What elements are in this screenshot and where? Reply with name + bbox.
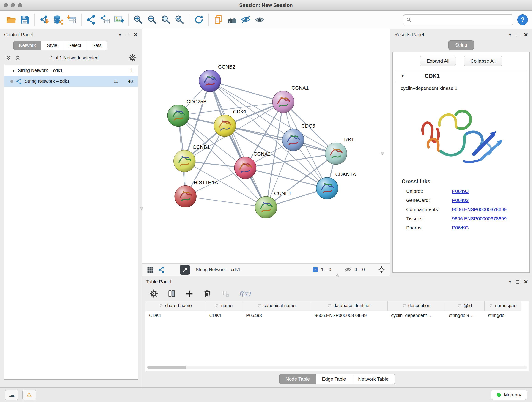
column-header-shared-name[interactable]: shared name [146, 301, 206, 311]
network-node-RB1[interactable] [325, 143, 347, 165]
window-zoom-button[interactable] [18, 3, 22, 7]
network-canvas[interactable]: CCNB2CCNA1CDC25BCDK1CDC6RB1CCNB1CCNA2CDK… [142, 29, 390, 263]
column-header-canonical-name[interactable]: canonical name [242, 301, 311, 311]
splitter-handle[interactable] [381, 152, 384, 155]
float-panel-icon[interactable]: ▾ [509, 32, 511, 37]
crosshair-move-icon[interactable] [378, 266, 385, 274]
tab-select[interactable]: Select [63, 41, 87, 50]
network-node-CCNA2[interactable] [234, 157, 256, 179]
collapse-card-icon[interactable]: ▼ [401, 74, 405, 78]
horizontal-scrollbar[interactable] [147, 366, 527, 369]
column-header--id[interactable]: @id [445, 301, 484, 311]
column-header-database-identifier[interactable]: database identifier [311, 301, 388, 311]
network-share-icon[interactable] [158, 266, 165, 273]
collapse-all-networks-icon[interactable] [15, 55, 21, 61]
tab-sets[interactable]: Sets [87, 41, 107, 50]
network-collection-row[interactable]: ▼ String Network – cdk1 1 [4, 65, 138, 76]
network-row[interactable]: String Network – cdk1 11 48 [4, 76, 138, 87]
import-table-button[interactable] [65, 12, 79, 27]
import-network-from-database-button[interactable] [51, 12, 65, 27]
expand-all-button[interactable]: Expand All [420, 56, 456, 66]
table-row[interactable]: CDK1CDK1P064939606.ENSP00000378699cyclin… [146, 311, 521, 320]
table-cell[interactable]: 9606.ENSP00000378699 [311, 311, 388, 320]
network-node-HIST1H1A[interactable] [175, 185, 196, 207]
tab-style[interactable]: Style [41, 41, 63, 50]
network-node-CCNB2[interactable] [199, 70, 221, 92]
crosslink-link[interactable]: 9606.ENSP00000378699 [452, 216, 507, 221]
crosslink-link[interactable]: P06493 [452, 198, 469, 203]
show-columns-icon[interactable] [167, 289, 176, 298]
zoom-fit-button[interactable] [159, 12, 172, 27]
home-button[interactable] [225, 12, 239, 27]
network-node-CCNB1[interactable] [174, 150, 196, 172]
window-minimize-button[interactable] [11, 3, 15, 7]
network-node-CCNE1[interactable] [255, 196, 277, 218]
results-tab-string[interactable]: String [448, 40, 474, 50]
network-edge[interactable] [186, 196, 266, 207]
refresh-layout-button[interactable] [192, 12, 206, 27]
network-node-CDKN1A[interactable] [316, 177, 338, 199]
network-node-CDC6[interactable] [282, 129, 304, 151]
maximize-panel-icon[interactable] [516, 33, 519, 36]
network-edge[interactable] [210, 81, 283, 102]
maximize-panel-icon[interactable] [126, 33, 129, 36]
cloud-status-button[interactable]: ☁ [5, 390, 18, 400]
expand-all-networks-icon[interactable] [6, 55, 12, 61]
crosslink-link[interactable]: P06493 [452, 188, 469, 194]
close-panel-icon[interactable]: × [524, 279, 528, 284]
network-edge[interactable] [210, 81, 266, 207]
network-edge[interactable] [225, 126, 336, 154]
function-builder-button[interactable]: f(x) [239, 290, 250, 298]
splitter-handle[interactable] [336, 274, 339, 277]
window-close-button[interactable] [4, 3, 8, 7]
scrollbar-thumb[interactable] [147, 366, 186, 369]
search-input[interactable] [413, 17, 510, 22]
network-node-CDC25B[interactable] [167, 105, 189, 127]
close-panel-icon[interactable]: × [524, 32, 528, 37]
close-panel-icon[interactable]: × [133, 32, 138, 37]
open-in-new-window-button[interactable] [180, 265, 190, 274]
crosslink-link[interactable]: P06493 [452, 225, 469, 230]
column-header-namespac[interactable]: namespac [484, 301, 521, 311]
table-cell[interactable]: stringdb [484, 311, 521, 320]
warnings-button[interactable]: ⚠ [22, 390, 36, 400]
delete-column-trash-icon[interactable] [203, 289, 212, 298]
export-image-button[interactable] [112, 12, 126, 27]
splitter-handle[interactable] [140, 207, 143, 210]
column-header-name[interactable]: name [206, 301, 242, 311]
help-button[interactable]: ? [517, 14, 528, 25]
column-header-description[interactable]: description [387, 301, 445, 311]
new-network-table-button[interactable] [98, 12, 112, 27]
table-cell[interactable]: CDK1 [146, 311, 206, 320]
zoom-out-button[interactable] [145, 12, 159, 27]
zoom-selected-button[interactable] [172, 12, 186, 27]
zoom-in-button[interactable] [131, 12, 145, 27]
memory-button[interactable]: Memory [491, 390, 527, 400]
tree-expand-icon[interactable]: ▼ [12, 69, 15, 72]
float-panel-icon[interactable]: ▾ [509, 279, 511, 284]
hide-graphics-details-button[interactable] [239, 12, 253, 27]
add-column-icon[interactable] [185, 289, 194, 298]
table-cell[interactable]: stringdb:9… [445, 311, 484, 320]
collapse-all-button[interactable]: Collapse All [464, 56, 502, 66]
table-cell[interactable]: CDK1 [206, 311, 242, 320]
table-cell[interactable]: P06493 [242, 311, 311, 320]
network-node-CDK1[interactable] [214, 115, 236, 137]
import-network-from-file-button[interactable] [37, 12, 51, 27]
save-session-button[interactable] [18, 12, 32, 27]
show-graphics-details-button[interactable] [253, 12, 266, 27]
birdseye-grid-icon[interactable] [147, 266, 154, 274]
search-field[interactable] [403, 14, 513, 25]
network-options-gear-icon[interactable] [128, 54, 136, 62]
crosslink-link[interactable]: 9606.ENSP00000378699 [452, 207, 507, 212]
network-node-CCNA1[interactable] [272, 91, 294, 113]
maximize-panel-icon[interactable] [516, 280, 519, 283]
table-cell[interactable]: cyclin–dependent … [387, 311, 445, 320]
tab-edge-table[interactable]: Edge Table [316, 374, 352, 384]
open-session-button[interactable] [4, 12, 18, 27]
float-panel-icon[interactable]: ▾ [119, 32, 121, 37]
tab-network[interactable]: Network [13, 41, 41, 50]
tab-network-table[interactable]: Network Table [352, 374, 395, 384]
new-network-button[interactable] [84, 12, 98, 27]
clone-network-button[interactable] [211, 12, 225, 27]
